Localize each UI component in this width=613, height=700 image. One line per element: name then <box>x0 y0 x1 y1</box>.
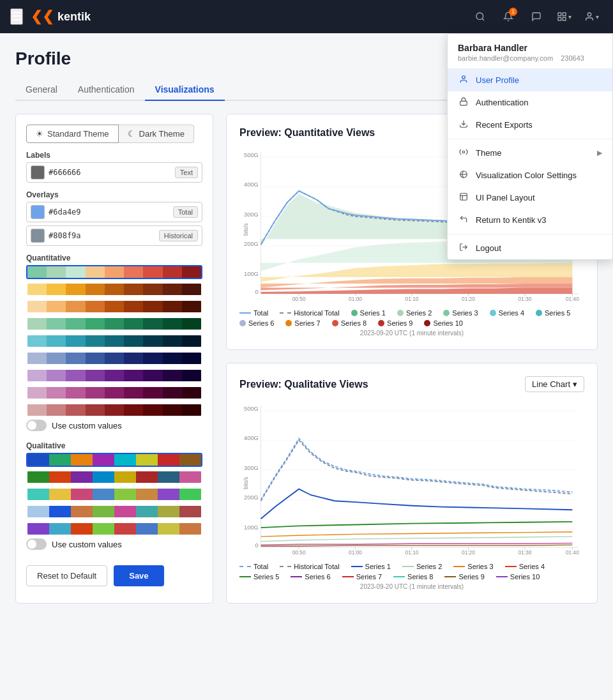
svg-text:100G: 100G <box>244 524 259 531</box>
legend-series6: Series 6 <box>239 319 274 327</box>
quantitative-palette-3[interactable] <box>26 317 202 331</box>
q-legend-total-label: Total <box>254 563 268 570</box>
overlay-total-row[interactable]: #6da4e9 Total <box>26 202 202 222</box>
overlay-historical-row[interactable]: #808f9a Historical <box>26 225 202 246</box>
svg-text:100G: 100G <box>244 271 259 277</box>
legend-s1-icon <box>351 310 358 316</box>
quantitative-palette-6[interactable] <box>26 369 202 383</box>
chat-button[interactable] <box>525 5 548 28</box>
legend-s2-label: Series 2 <box>406 309 432 317</box>
overlay-historical-tag: Historical <box>159 230 198 241</box>
tab-authentication[interactable]: Authentication <box>68 79 145 101</box>
use-custom-quantitative-label: Use custom values <box>52 421 122 430</box>
dropdown-item-logout[interactable]: Logout <box>448 237 612 259</box>
q-legend-s3-label: Series 3 <box>467 563 493 570</box>
svg-text:01:30: 01:30 <box>518 549 531 556</box>
dropdown-item-recent-exports[interactable]: Recent Exports <box>448 114 612 136</box>
reset-button[interactable]: Reset to Default <box>26 565 107 586</box>
quantitative-section-title: Quantitative <box>26 254 202 262</box>
svg-rect-3 <box>563 13 566 16</box>
logout-icon <box>458 243 469 254</box>
q-legend-s1: Series 1 <box>351 563 391 570</box>
svg-text:01:00: 01:00 <box>349 296 362 302</box>
notifications-button[interactable]: 1 <box>497 5 520 28</box>
hamburger-menu[interactable]: ☰ <box>10 8 23 25</box>
svg-text:300G: 300G <box>244 211 259 218</box>
dropdown-return-v3-label: Return to Kentik v3 <box>476 215 547 225</box>
dropdown-item-ui-panel[interactable]: UI Panel Layout <box>448 186 612 209</box>
theme-icon <box>458 148 469 158</box>
legend-series7: Series 7 <box>285 319 320 327</box>
legend-s8-icon <box>332 320 338 326</box>
q-legend-total-icon <box>239 566 251 567</box>
chart-type-selector[interactable]: Line Chart ▾ <box>525 376 584 392</box>
q-legend-s3-icon <box>453 566 465 567</box>
svg-text:500G: 500G <box>244 406 259 412</box>
q-legend-s6-icon <box>291 576 302 577</box>
legend-s7-label: Series 7 <box>294 319 320 327</box>
q-legend-s6-label: Series 6 <box>305 573 330 581</box>
qualitative-chart-svg: 500G 400G 300G 200G 100G 0 00: <box>239 400 584 554</box>
svg-point-10 <box>462 151 465 153</box>
dropdown-viz-color-label: Visualization Color Settings <box>476 171 577 180</box>
legend-s8-label: Series 8 <box>341 319 367 327</box>
dark-theme-button[interactable]: ☾ Dark Theme <box>119 125 194 143</box>
use-custom-qualitative-toggle[interactable] <box>26 538 47 550</box>
quantitative-palette-8[interactable] <box>26 403 202 417</box>
dropdown-item-user-profile[interactable]: User Profile <box>448 69 612 91</box>
q-legend-s9: Series 9 <box>444 573 484 581</box>
dropdown-authentication-label: Authentication <box>476 98 528 107</box>
svg-text:01:10: 01:10 <box>405 296 419 302</box>
search-button[interactable] <box>469 5 492 28</box>
legend-series3: Series 3 <box>443 309 478 317</box>
legend-s5-icon <box>536 310 542 316</box>
dropdown-item-viz-color[interactable]: Visualization Color Settings <box>448 164 612 186</box>
qualitative-palette-2[interactable] <box>26 487 202 501</box>
tab-general[interactable]: General <box>15 79 68 101</box>
svg-text:300G: 300G <box>244 465 259 471</box>
user-dropdown: Barbara Handler barbie.handler@company.c… <box>447 33 613 260</box>
dropdown-item-theme[interactable]: Theme ▶ <box>448 142 612 164</box>
legend-s7-icon <box>285 320 292 326</box>
legend-s2-icon <box>397 310 404 316</box>
qualitative-palette-4[interactable] <box>26 522 202 536</box>
quantitative-palette-4[interactable] <box>26 334 202 348</box>
qualitative-palette-3[interactable] <box>26 505 202 519</box>
qualitative-palette-1[interactable] <box>26 470 202 484</box>
standard-theme-button[interactable]: ☀ Standard Theme <box>26 125 119 143</box>
theme-toggle-group: ☀ Standard Theme ☾ Dark Theme <box>26 125 202 143</box>
quantitative-palette-0[interactable] <box>26 265 202 279</box>
quantitative-palette-1[interactable] <box>26 282 202 296</box>
quantitative-palette-5[interactable] <box>26 351 202 365</box>
save-button[interactable]: Save <box>114 565 163 586</box>
svg-text:01:20: 01:20 <box>462 549 475 556</box>
dropdown-item-authentication[interactable]: Authentication <box>448 91 612 114</box>
quantitative-palette-7[interactable] <box>26 386 202 400</box>
legend-s6-icon <box>239 320 246 326</box>
svg-text:0: 0 <box>255 542 259 549</box>
dropdown-user-email: barbie.handler@company.com <box>458 54 553 62</box>
q-legend-historical-icon <box>280 566 291 567</box>
use-custom-quantitative-toggle[interactable] <box>26 420 47 431</box>
label-color-row[interactable]: #666666 Text <box>26 162 202 183</box>
theme-arrow-icon: ▶ <box>597 149 602 157</box>
svg-point-0 <box>476 13 483 20</box>
nav-icons: 1 ▾ ▾ <box>469 5 603 28</box>
svg-line-1 <box>482 19 484 20</box>
grid-button[interactable]: ▾ <box>553 5 575 28</box>
tab-visualizations[interactable]: Visualizations <box>145 79 225 101</box>
svg-text:400G: 400G <box>244 435 259 441</box>
legend-s10-icon <box>424 320 430 326</box>
svg-text:01:10: 01:10 <box>405 549 419 556</box>
label-color-tag: Text <box>175 167 198 178</box>
authentication-icon <box>458 97 469 108</box>
user-profile-button[interactable]: ▾ <box>580 5 603 28</box>
q-legend-s4: Series 4 <box>505 563 545 570</box>
svg-text:00:50: 00:50 <box>292 296 306 302</box>
qualitative-palette-0[interactable] <box>26 453 202 467</box>
legend-s6-label: Series 6 <box>248 319 274 327</box>
dropdown-item-return-v3[interactable]: Return to Kentik v3 <box>448 209 612 231</box>
legend-s5-label: Series 5 <box>545 309 570 317</box>
svg-text:01:20: 01:20 <box>462 296 475 302</box>
quantitative-palette-2[interactable] <box>26 300 202 314</box>
